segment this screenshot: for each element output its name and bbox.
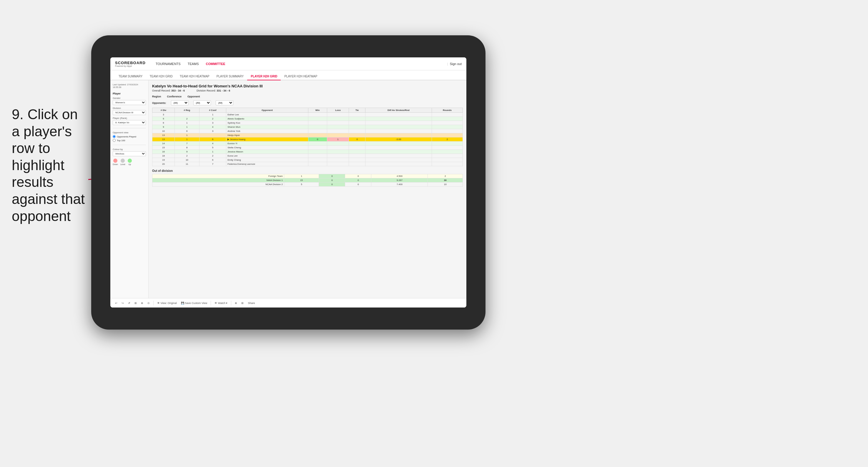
opponent-view-label: Opponent view (113, 131, 146, 134)
player-rank-select[interactable]: 8. Katelyn Vo (113, 120, 146, 125)
table-header-row: # Div # Reg # Conf Opponent Win Loss Tie… (152, 108, 463, 113)
toolbar-add[interactable]: ⊕ (140, 301, 145, 305)
table-row[interactable]: 522 Alexis Sudjianto (152, 117, 463, 121)
logo-area: SCOREBOARD Powered by clippd (115, 61, 146, 67)
filter-region-group: Region (152, 95, 162, 98)
colour-dot-up (128, 159, 132, 163)
radio-group: Opponents Played Top 100 (113, 135, 146, 142)
right-panel: Katelyn Vo Head-to-Head Grid for Women's… (149, 80, 466, 298)
division-label: Division (113, 107, 146, 110)
table-row[interactable]: 613 Sydney Kuo (152, 121, 463, 125)
sidebar-player-title: Player (113, 92, 146, 95)
toolbar-undo[interactable]: ↩ (114, 301, 119, 305)
col-opponent: Opponent (226, 108, 308, 113)
main-content: Last Updated: 27/03/2024 16:55:38 Player… (110, 80, 466, 298)
panel-records: Overall Record: 353 - 34 - 6 Division Re… (152, 89, 463, 92)
toolbar-redo-1[interactable]: ↪ (120, 301, 125, 305)
sign-out-area: | Sign out (447, 62, 462, 66)
tab-team-h2h-heatmap[interactable]: TEAM H2H HEATMAP (176, 73, 213, 80)
tab-player-h2h-heatmap[interactable]: PLAYER H2H HEATMAP (281, 73, 321, 80)
colour-dot-down (113, 159, 117, 163)
table-row[interactable]: 1585 Stella Cheng (152, 146, 463, 150)
tablet-screen: SCOREBOARD Powered by clippd TOURNAMENTS… (110, 57, 466, 308)
logo-sub: Powered by clippd (115, 65, 146, 67)
nav-bar: SCOREBOARD Powered by clippd TOURNAMENTS… (110, 57, 466, 70)
annotation-text: 9. Click on a player's row to highlight … (12, 106, 88, 224)
filter-opponent-select[interactable]: (All) (216, 100, 233, 105)
col-tie: Tie (349, 108, 365, 113)
colour-by-label: Colour by (113, 148, 146, 151)
step-description: Click on a player's row to highlight res… (12, 106, 85, 224)
table-row[interactable]: 31 Esther Lee (152, 113, 463, 117)
filter-region-select[interactable]: (All) (171, 100, 189, 105)
sidebar-divider-2 (113, 145, 146, 145)
toolbar-sep-2 (211, 301, 211, 306)
toolbar-share[interactable]: Share (247, 301, 256, 305)
toolbar-view-original[interactable]: 👁 View: Original (156, 301, 178, 305)
gender-select[interactable]: Women's (113, 100, 146, 105)
toolbar-circle[interactable]: ⊙ (146, 301, 151, 305)
table-row[interactable]: 20117 Federica Domecq Lacroze (152, 162, 463, 166)
nav-links: TOURNAMENTS TEAMS COMMITTEE (153, 61, 447, 67)
cursor-arrow: ▶ (227, 138, 229, 141)
filter-region-title: Region (152, 95, 161, 98)
toolbar-grid[interactable]: ⊞ (133, 301, 138, 305)
opponents-label-group: Opponents: (152, 101, 166, 104)
divider: | (447, 62, 448, 66)
toolbar-save-custom[interactable]: 💾 Save Custom View (180, 301, 208, 305)
out-of-division-label: Out of division (152, 169, 463, 173)
filter-conference-select[interactable]: (All) (193, 100, 211, 105)
logo-title: SCOREBOARD (115, 61, 146, 65)
tab-player-h2h-grid[interactable]: PLAYER H2H GRID (247, 73, 281, 80)
colour-dot-level (121, 159, 125, 163)
table-row[interactable]: 1691 Jessica Mason (152, 150, 463, 154)
col-reg: # Reg (175, 108, 199, 113)
panel-title: Katelyn Vo Head-to-Head Grid for Women's… (152, 84, 463, 88)
col-win: Win (308, 108, 327, 113)
nav-link-teams[interactable]: TEAMS (185, 61, 202, 67)
division-record: Division Record: 331 - 34 - 6 (196, 89, 230, 92)
colour-down: Down (113, 159, 118, 165)
sidebar-timestamp: Last Updated: 27/03/2024 16:55:38 (113, 83, 146, 89)
toolbar-table-icon[interactable]: ⊞ (240, 301, 245, 305)
toolbar-watch[interactable]: 👁 Watch ▾ (213, 301, 228, 305)
tab-player-summary[interactable]: PLAYER SUMMARY (213, 73, 247, 80)
filter-row: Region Conference Opponent (152, 95, 463, 98)
ood-row[interactable]: Foreign Team 1 0 0 4.500 2 (152, 174, 463, 178)
ood-row[interactable]: NAIA Division 1 15 0 0 9.267 30 (152, 178, 463, 182)
radio-top-100[interactable]: Top 100 (113, 139, 146, 142)
gender-label: Gender (113, 97, 146, 99)
toolbar-redo-2[interactable]: ↺ (127, 301, 131, 305)
table-row-highlighted[interactable]: 1316 ▶ Jessica Huang 0 1 0 -3.00 2 (152, 137, 463, 142)
radio-opponents-played[interactable]: Opponents Played (113, 135, 146, 138)
tab-team-h2h-grid[interactable]: TEAM H2H GRID (146, 73, 176, 80)
tab-team-summary[interactable]: TEAM SUMMARY (115, 73, 146, 80)
opponents-label: Opponents: (152, 101, 166, 104)
ood-row[interactable]: NCAA Division 2 5 0 0 7.400 10 (152, 182, 463, 187)
nav-link-committee[interactable]: COMMITTEE (203, 61, 228, 67)
col-conf: # Conf (199, 108, 226, 113)
sidebar: Last Updated: 27/03/2024 16:55:38 Player… (110, 80, 149, 298)
table-row[interactable]: 19106 Emily Chang (152, 158, 463, 162)
sign-out-link[interactable]: Sign out (450, 62, 462, 66)
toolbar-sep-1 (153, 301, 154, 306)
nav-link-tournaments[interactable]: TOURNAMENTS (153, 61, 184, 67)
sub-nav: TEAM SUMMARY TEAM H2H GRID TEAM H2H HEAT… (110, 70, 466, 80)
toolbar-expand[interactable]: ⊕ (234, 301, 238, 305)
table-row[interactable]: 1474 Eunice Yi (152, 142, 463, 146)
filter-opponent-title: Opponent (187, 95, 200, 98)
ood-table: Foreign Team 1 0 0 4.500 2 NAIA Division… (152, 174, 463, 187)
player-rank-label: Player (Rank) (113, 117, 146, 120)
table-row[interactable]: 1063 Andrea York (152, 129, 463, 133)
colour-legend: Down Level Up (113, 159, 146, 165)
colour-by-select[interactable]: Win/loss (113, 151, 146, 156)
table-row[interactable]: 131 Heeju Hyun (152, 133, 463, 137)
division-select[interactable]: NCAA Division III (113, 110, 146, 115)
filter-conference-title: Conference (167, 95, 182, 98)
table-row[interactable]: 914 Sharon Mun (152, 125, 463, 129)
table-row[interactable]: 1822 Euna Lee (152, 154, 463, 158)
overall-record: Overall Record: 353 - 34 - 6 (152, 89, 185, 92)
filter-selects-row: Opponents: (All) (All) (All) (152, 100, 463, 105)
filter-opponent-group: Opponent (187, 95, 201, 98)
col-loss: Loss (327, 108, 349, 113)
